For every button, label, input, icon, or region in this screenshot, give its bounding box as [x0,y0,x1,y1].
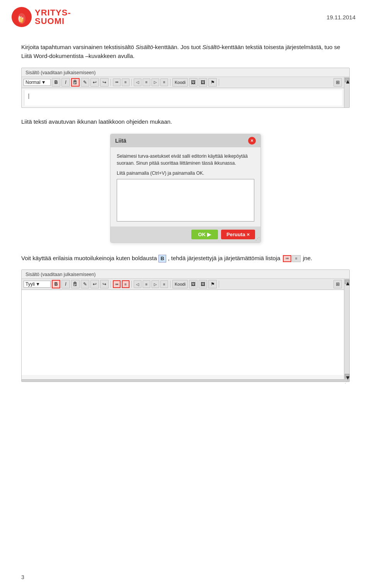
peruuta-x: × [247,232,250,237]
sep4b [219,281,219,288]
svg-rect-10 [74,285,76,285]
sep3 [170,79,170,86]
cursor-1 [29,94,29,99]
para2-post: jne. [303,255,312,261]
editor-layout-1: Normal ▼ B I [22,77,349,107]
sep3b [170,281,170,288]
undo-btn-1[interactable]: ↩ [90,78,99,87]
align-center-btn-2[interactable]: ≡ [143,280,150,288]
sep1 [111,79,111,86]
editor-toolbar-2: Tyyli ▼ B I [22,279,344,290]
style-select-arrow-2: ▼ [36,281,40,287]
unordered-list-btn-2[interactable]: ≡ [122,280,129,288]
scroll-down-2[interactable]: ▼ [345,374,349,378]
ordered-list-icon-inline: ≔ [283,255,291,262]
unordered-list-btn-1[interactable]: ≡ [122,78,129,86]
dialog-close-btn[interactable]: × [248,137,256,145]
italic-btn-1[interactable]: I [61,78,70,87]
scroll-up-2[interactable]: ▲ [345,280,349,284]
paste-icon [73,80,78,85]
image-btn-2b[interactable]: 🖼 [199,280,207,288]
editor-box-1: Sisältö (vaaditaan julkaisemiseen) Norma… [21,68,350,108]
koodi-label-2: Koodi [175,282,186,286]
dialog-titlebar: Liitä × [111,134,260,147]
resize-btn-2[interactable]: ⊞ [334,280,342,288]
editor-toolbar-1: Normal ▼ B I [22,77,344,88]
scroll-up-1[interactable]: ▲ [345,78,349,82]
ok-arrow: ▶ [207,232,211,237]
image-btn-2a[interactable]: 🖼 [189,280,197,288]
svg-rect-8 [74,281,76,283]
unordered-list-icon-inline: ≡ [292,255,301,262]
align-left-btn-2[interactable]: ◁ [134,280,141,288]
para2-pre: Voit käyttää erilaisia muotoilukeinoja k… [21,255,157,261]
editor-resize-handle-2[interactable]: ⋰ [22,379,349,382]
dialog-textarea[interactable] [117,179,254,222]
image-btn-1a[interactable]: 🖼 [189,78,197,87]
justify-btn-1[interactable]: ≡ [160,78,168,86]
peruuta-button[interactable]: Peruuta × [221,230,255,239]
paste-icon-2 [73,281,78,287]
ordered-list-btn-2[interactable]: ≔ [113,280,121,288]
editor-content-2[interactable] [22,290,344,375]
para1-suffix1: -kenttään. Jos tuot [153,44,203,50]
svg-rect-6 [74,84,75,84]
scrollbar-1[interactable]: ▲ [344,77,349,107]
paragraph-2: Voit käyttää erilaisia muotoilukeinoja k… [21,254,350,262]
justify-btn-2[interactable]: ≡ [160,280,168,288]
style-select-2[interactable]: Tyyli ▼ [24,281,51,288]
editor-main-2: Tyyli ▼ B I [22,279,344,379]
logo-suomi: SUOMI [35,17,71,26]
scrollbar-2[interactable]: ▲ ▼ [344,279,349,379]
koodi-label-1: Koodi [175,80,186,85]
redo-btn-1[interactable]: ↪ [100,78,109,87]
para1-pre: Kirjoita tapahtuman varsinainen tekstisi… [21,44,136,50]
editor-layout-2: Tyyli ▼ B I [22,279,349,379]
dialog-container: Liitä × Selaimesi turva-asetukset eivät … [21,134,350,243]
koodi-btn-2[interactable]: Koodi [172,280,188,288]
paste-word-btn-1[interactable] [71,78,80,87]
koodi-btn-1[interactable]: Koodi [172,78,188,87]
dialog-body: Selaimesi turva-asetukset eivät salli ed… [111,147,260,227]
flag-btn-1[interactable]: ⚑ [208,78,217,87]
main-content: Kirjoita tapahtuman varsinainen tekstisi… [0,31,371,407]
dialog-info-text: Selaimesi turva-asetukset eivät salli ed… [117,153,254,167]
para1-italic2: Sisältö [203,44,220,50]
paste-word-btn-2[interactable] [71,280,80,288]
redo-btn-2[interactable]: ↪ [100,280,109,288]
editor-content-1[interactable] [24,90,342,106]
svg-rect-11 [74,285,75,286]
sep2b [131,281,132,288]
resize-btn-1[interactable]: ⊞ [334,78,342,87]
paragraph-1: Kirjoita tapahtuman varsinainen tekstisi… [21,43,350,61]
bold-btn-1[interactable]: B [52,78,60,87]
editor-label-2: Sisältö (vaaditaan julkaisemiseen) [22,270,349,279]
edit-btn-1[interactable]: ✎ [81,78,89,87]
ordered-list-btn-1[interactable]: ≔ [113,78,121,86]
undo-btn-2[interactable]: ↩ [90,280,99,288]
ok-button[interactable]: OK ▶ [191,230,218,239]
align-left-btn-1[interactable]: ◁ [134,78,141,86]
align-center-btn-1[interactable]: ≡ [143,78,150,86]
page-header: YRITYS- SUOMI 19.11.2014 [0,0,371,31]
bold-icon-inline: B [158,255,166,262]
dialog-resize: ⋰ [255,237,260,242]
image-btn-1b[interactable]: 🖼 [199,78,207,87]
dialog-paste-label: Liitä painamalla (Ctrl+V) ja painamalla … [117,170,254,176]
instruction-para: Liitä teksti avautuvan ikkunan laatikkoo… [21,117,350,126]
sep1b [111,281,111,288]
flag-btn-2[interactable]: ⚑ [208,280,217,288]
header-date: 19.11.2014 [327,14,356,20]
list-icons-inline: ≔ ≡ [283,255,301,262]
align-right-btn-2[interactable]: ▷ [151,280,159,288]
align-right-btn-1[interactable]: ▷ [151,78,159,86]
editor-label-1: Sisältö (vaaditaan julkaisemiseen) [22,68,349,77]
svg-rect-4 [74,82,76,82]
instruction-text: Liitä teksti avautuvan ikkunan laatikkoo… [21,118,172,125]
svg-rect-9 [74,284,76,284]
style-select-1[interactable]: Normal ▼ [24,79,51,86]
bold-btn-2[interactable]: B [52,280,60,288]
edit-btn-2[interactable]: ✎ [81,280,89,288]
italic-btn-2[interactable]: I [61,280,70,288]
svg-rect-3 [74,80,76,81]
